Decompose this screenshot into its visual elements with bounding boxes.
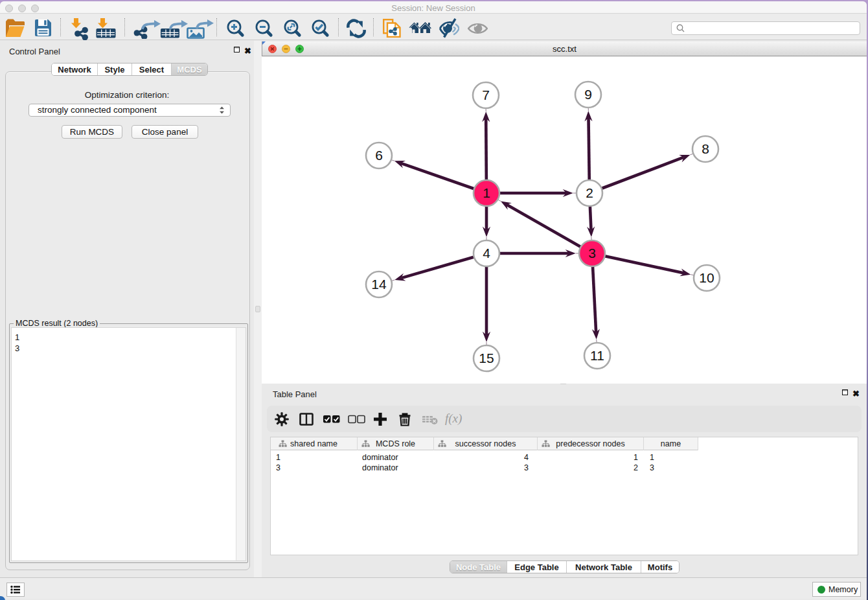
svg-text:4: 4 [483, 246, 490, 260]
svg-text:6: 6 [375, 148, 383, 163]
svg-text:7: 7 [482, 87, 490, 102]
svg-text:10: 10 [699, 270, 714, 285]
svg-text:1: 1 [483, 185, 490, 200]
svg-text:15: 15 [479, 351, 494, 365]
svg-text:11: 11 [590, 348, 604, 363]
svg-text:14: 14 [371, 277, 387, 292]
svg-text:2: 2 [586, 185, 593, 200]
svg-text:3: 3 [588, 246, 596, 260]
svg-text:8: 8 [702, 141, 709, 156]
svg-text:9: 9 [584, 87, 592, 102]
